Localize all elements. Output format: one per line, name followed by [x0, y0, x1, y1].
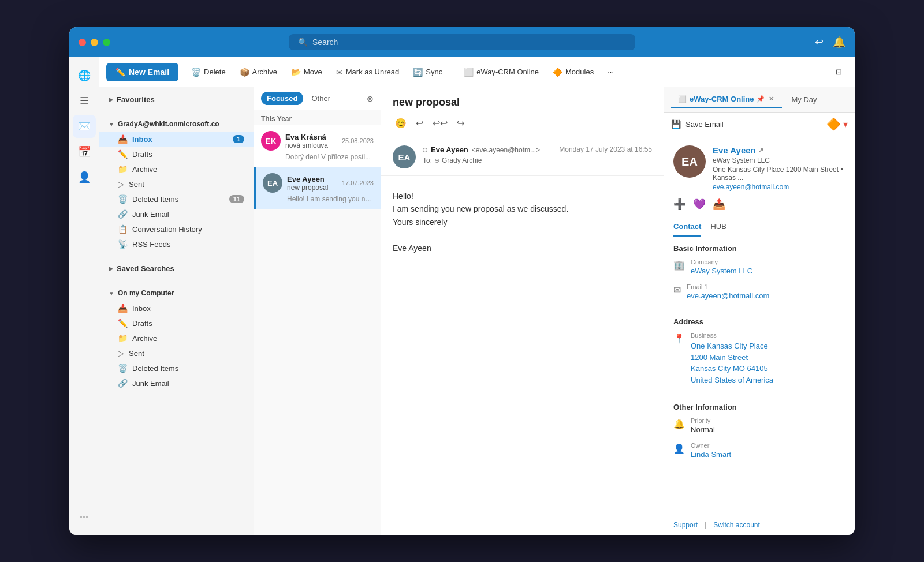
local-archive[interactable]: 📁 Archive: [99, 331, 254, 346]
local-sent-label: Sent: [129, 349, 144, 358]
folder-drafts[interactable]: ✏️ Drafts: [99, 147, 254, 162]
contact-tab-hub[interactable]: HUB: [710, 218, 726, 237]
message-group-header: This Year: [254, 110, 381, 125]
body-line-3: Yours sincerely: [393, 216, 652, 228]
close-button[interactable]: [79, 39, 86, 46]
search-icon: 🔍: [298, 38, 308, 47]
owner-value[interactable]: Linda Smart: [691, 450, 845, 459]
saved-searches-header[interactable]: ▶ Saved Searches: [99, 261, 254, 276]
forward-button[interactable]: ↪: [454, 115, 467, 131]
tab-myday[interactable]: My Day: [784, 92, 824, 107]
modules-button[interactable]: 🔶 Modules: [547, 64, 599, 80]
tab-eway-crm[interactable]: ⬜ eWay-CRM Online 📌 ✕: [671, 91, 782, 108]
junk-icon: 🔗: [118, 209, 128, 219]
sync-button[interactable]: 🔄 Sync: [407, 64, 448, 80]
folder-deleted[interactable]: 🗑️ Deleted Items 11: [99, 192, 254, 207]
move-button[interactable]: 📂 Move: [285, 64, 328, 80]
company-value[interactable]: eWay System LLC: [691, 267, 845, 275]
email-meta-details: Eve Ayeen <eve.ayeen@hotm...> To: ⊕ Grad…: [423, 145, 552, 164]
maximize-button[interactable]: [103, 39, 110, 46]
new-email-button[interactable]: ✏️ New Email: [106, 63, 178, 81]
switch-account-link[interactable]: Switch account: [713, 521, 760, 529]
contact-tab-contact[interactable]: Contact: [673, 218, 701, 237]
contact-email: eve.ayeen@hotmail.com: [713, 183, 845, 191]
local-drafts[interactable]: ✏️ Drafts: [99, 316, 254, 331]
sent-icon: ▷: [118, 179, 124, 189]
eway-crm-icon: ⬜: [678, 95, 687, 103]
three-pane: ▶ Favourites ▼ GradyA@whklt.onmicrosoft.…: [99, 87, 855, 535]
address-line2: 1200 Main Street: [691, 352, 845, 364]
local-junk[interactable]: 🔗 Junk Email: [99, 376, 254, 391]
share-button[interactable]: 📤: [713, 198, 725, 211]
emoji-button[interactable]: 😊: [393, 115, 409, 131]
save-email-dropdown[interactable]: 🔶 ▾: [826, 117, 848, 131]
favourites-label: Favourites: [117, 95, 155, 104]
folder-rss[interactable]: 📡 RSS Feeds: [99, 237, 254, 252]
content-area: ✏️ New Email 🗑️ Delete 📦 Archive 📂 Move …: [99, 57, 855, 535]
body-signature: Eve Ayeen: [393, 242, 652, 254]
bell-icon[interactable]: 🔔: [833, 36, 845, 48]
crm-tabs: ⬜ eWay-CRM Online 📌 ✕ My Day: [664, 87, 855, 113]
archive-button[interactable]: 📦 Archive: [234, 64, 283, 80]
titlebar-right: ↩ 🔔: [815, 36, 845, 48]
tab-focused[interactable]: Focused: [261, 92, 303, 105]
account-header[interactable]: ▼ GradyA@whklt.onmicrosoft.co: [99, 117, 254, 132]
message-item-1[interactable]: EK Eva Krásná nová smlouva 25.08.2023 Do…: [254, 125, 381, 167]
conv-history-label: Conversation History: [132, 225, 202, 234]
to-label: To:: [423, 156, 432, 164]
favourites-section: ▶ Favourites: [99, 87, 254, 112]
reply-icon[interactable]: ↩: [815, 36, 824, 48]
delete-button[interactable]: 🗑️ Delete: [185, 64, 232, 80]
reply-all-button[interactable]: ↩↩: [430, 115, 450, 131]
email1-value[interactable]: eve.ayeen@hotmail.com: [687, 291, 845, 300]
add-contact-button[interactable]: ➕: [673, 198, 686, 211]
eway-crm-tab-label: eWay-CRM Online: [690, 95, 754, 103]
new-email-label: New Email: [129, 68, 169, 77]
folder-inbox[interactable]: 📥 Inbox 1: [99, 132, 254, 147]
sidebar-item-contacts[interactable]: 👤: [73, 166, 96, 189]
local-sent[interactable]: ▷ Sent: [99, 346, 254, 361]
folder-archive[interactable]: 📁 Archive: [99, 162, 254, 177]
eway-button[interactable]: ⬜ eWay-CRM Online: [458, 64, 545, 80]
filter-icon[interactable]: ⊜: [367, 94, 374, 103]
folder-conversation-history[interactable]: 📋 Conversation History: [99, 222, 254, 237]
sidebar-item-globe[interactable]: 🌐: [73, 64, 96, 87]
external-link-icon[interactable]: ↗: [758, 147, 763, 154]
sidebar-item-calendar[interactable]: 📅: [73, 140, 96, 163]
local-inbox[interactable]: 📥 Inbox: [99, 301, 254, 316]
folder-sent[interactable]: ▷ Sent: [99, 177, 254, 192]
on-my-computer-header[interactable]: ▼ On my Computer: [99, 286, 254, 301]
local-deleted[interactable]: 🗑️ Deleted Items: [99, 361, 254, 376]
search-bar[interactable]: 🔍 Search: [289, 34, 635, 50]
sidebar-item-hamburger[interactable]: ☰: [73, 89, 96, 113]
more-button[interactable]: ···: [602, 64, 620, 80]
basic-info-section: Basic Information 🏢 Company eWay System …: [664, 237, 855, 310]
mark-unread-button[interactable]: ✉ Mark as Unread: [330, 64, 405, 80]
close-crm-tab-icon[interactable]: ✕: [767, 94, 775, 104]
toolbar-separator: [453, 65, 453, 79]
teams-button[interactable]: 💜: [693, 198, 706, 211]
reply-button[interactable]: ↩: [413, 115, 426, 131]
company-content: Company eWay System LLC: [691, 258, 845, 275]
collapse-button[interactable]: ⊡: [830, 64, 848, 80]
save-email-bar: 💾 Save Email 🔶 ▾: [664, 113, 855, 136]
sidebar-item-mail[interactable]: ✉️: [73, 115, 96, 138]
account-arrow: ▼: [109, 121, 114, 128]
pin-icon: 📌: [757, 95, 765, 103]
favourites-header[interactable]: ▶ Favourites: [99, 92, 254, 107]
account-label: GradyA@whklt.onmicrosoft.co: [118, 120, 219, 128]
folder-junk[interactable]: 🔗 Junk Email: [99, 207, 254, 222]
priority-field: 🔔 Priority Normal: [673, 417, 845, 434]
minimize-button[interactable]: [91, 39, 98, 46]
preview-2: Hello! I am sending you ne...: [263, 195, 374, 203]
business-label: Business: [691, 332, 845, 339]
message-item-2[interactable]: EA Eve Ayeen new proposal 17.07.2023 Hel…: [254, 167, 381, 209]
support-link[interactable]: Support: [673, 521, 698, 529]
priority-content: Priority Normal: [691, 417, 845, 434]
owner-field: 👤 Owner Linda Smart: [673, 442, 845, 459]
tab-other[interactable]: Other: [305, 92, 336, 105]
saved-searches-arrow: ▶: [109, 265, 113, 272]
drafts-label: Drafts: [132, 150, 152, 159]
inbox-badge: 1: [233, 135, 244, 143]
sidebar-item-more[interactable]: ···: [73, 505, 96, 528]
